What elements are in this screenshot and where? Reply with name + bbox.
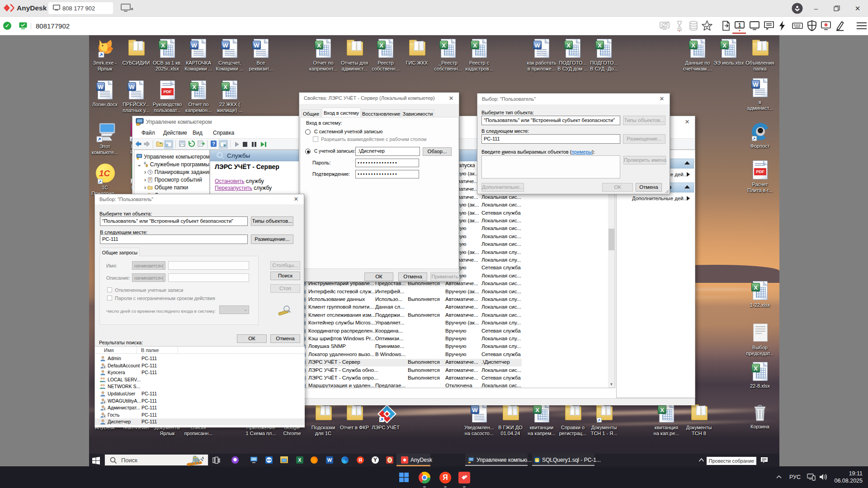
svg-text:1: 1: [738, 22, 741, 28]
svg-text:?: ?: [212, 141, 215, 146]
